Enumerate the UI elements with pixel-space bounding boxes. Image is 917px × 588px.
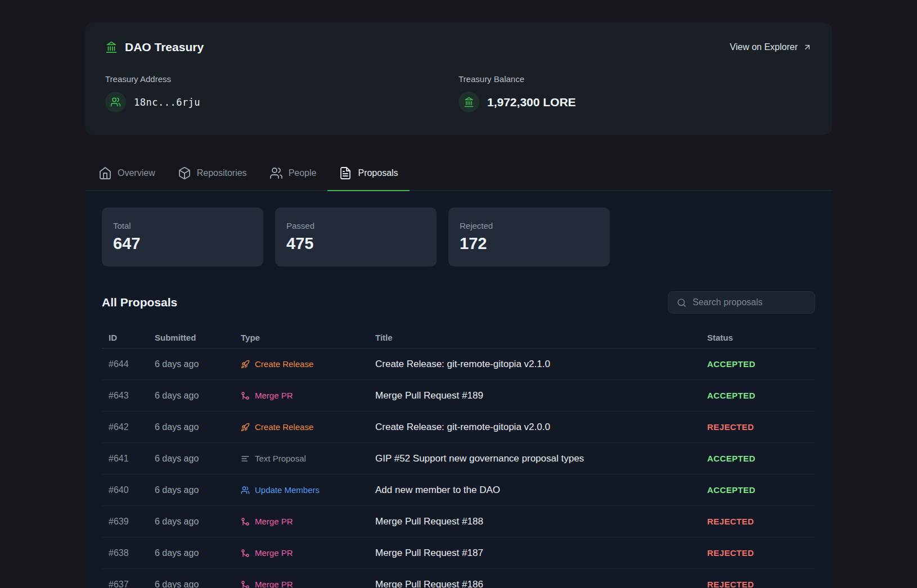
proposal-submitted: 6 days ago	[148, 359, 234, 369]
table-row[interactable]: #6436 days agoMerge PRMerge Pull Request…	[102, 380, 815, 411]
proposal-id: #637	[102, 580, 148, 588]
proposal-submitted: 6 days ago	[148, 485, 234, 495]
users-icon	[241, 486, 250, 495]
status-badge: REJECTED	[707, 580, 815, 588]
proposal-type-label: Merge PR	[255, 548, 293, 558]
table-row[interactable]: #6376 days agoMerge PRMerge Pull Request…	[102, 569, 815, 588]
table-row[interactable]: #6446 days agoCreate ReleaseCreate Relea…	[102, 349, 815, 380]
proposal-title: Add new member to the DAO	[368, 485, 707, 496]
stat-value: 172	[460, 234, 599, 253]
proposal-id: #642	[102, 422, 148, 432]
proposals-table-body: #6446 days agoCreate ReleaseCreate Relea…	[102, 349, 815, 588]
proposal-type-label: Text Proposal	[255, 454, 306, 463]
tab-people[interactable]: People	[258, 160, 328, 191]
status-badge: REJECTED	[707, 517, 815, 526]
treasury-fields: Treasury Address 18nc...6rju Treasury Ba…	[105, 74, 812, 112]
treasury-card: DAO Treasury View on Explorer Treasury A…	[85, 22, 832, 135]
tab-label: Proposals	[358, 168, 398, 178]
proposal-type-label: Create Release	[255, 422, 313, 432]
proposal-id: #638	[102, 548, 148, 558]
status-badge: REJECTED	[707, 422, 815, 432]
proposal-type-label: Merge PR	[255, 391, 293, 400]
proposal-type: Merge PR	[234, 548, 368, 558]
box-icon	[178, 166, 191, 180]
page-container: DAO Treasury View on Explorer Treasury A…	[85, 22, 832, 588]
view-on-explorer-link[interactable]: View on Explorer	[730, 42, 812, 52]
proposal-type-label: Merge PR	[255, 580, 293, 588]
tab-overview[interactable]: Overview	[87, 160, 167, 191]
proposal-title: Merge Pull Request #186	[368, 579, 707, 588]
stat-label: Rejected	[460, 221, 599, 230]
treasury-title-row: DAO Treasury	[105, 40, 204, 54]
proposal-id: #641	[102, 454, 148, 464]
file-text-icon	[339, 166, 352, 180]
git-merge-icon	[241, 580, 250, 588]
proposal-id: #643	[102, 391, 148, 401]
table-row[interactable]: #6416 days agoText ProposalGIP #52 Suppo…	[102, 443, 815, 474]
treasury-address-text: 18nc...6rju	[134, 97, 200, 108]
treasury-address-label: Treasury Address	[105, 74, 458, 84]
stats-row: Total 647 Passed 475 Rejected 172	[102, 207, 815, 266]
proposals-list-header: All Proposals	[102, 291, 815, 314]
column-header-status: Status	[707, 333, 815, 342]
proposal-id: #640	[102, 485, 148, 495]
status-badge: REJECTED	[707, 548, 815, 558]
proposals-table: ID Submitted Type Title Status #6446 day…	[102, 327, 815, 588]
search-icon	[677, 298, 686, 307]
proposal-submitted: 6 days ago	[148, 580, 234, 588]
tab-label: Overview	[118, 168, 155, 178]
tab-repositories[interactable]: Repositories	[167, 160, 258, 191]
treasury-address-value[interactable]: 18nc...6rju	[105, 92, 458, 112]
rocket-icon	[241, 423, 250, 432]
proposal-id: #644	[102, 359, 148, 369]
status-badge: ACCEPTED	[707, 485, 815, 495]
proposal-title: Merge Pull Request #187	[368, 548, 707, 559]
proposals-table-header: ID Submitted Type Title Status	[102, 327, 815, 349]
proposal-title: Create Release: git-remote-gitopia v2.1.…	[368, 359, 707, 370]
table-row[interactable]: #6386 days agoMerge PRMerge Pull Request…	[102, 537, 815, 569]
home-icon	[98, 166, 112, 180]
stat-value: 647	[113, 234, 252, 253]
stat-value: 475	[286, 234, 425, 253]
proposal-title: GIP #52 Support new governance proposal …	[368, 453, 707, 464]
stat-card-rejected: Rejected 172	[448, 207, 610, 266]
stat-label: Passed	[286, 221, 425, 230]
table-row[interactable]: #6426 days agoCreate ReleaseCreate Relea…	[102, 411, 815, 443]
bank-icon	[458, 92, 479, 112]
stat-label: Total	[113, 221, 252, 230]
git-merge-icon	[241, 391, 250, 400]
treasury-card-header: DAO Treasury View on Explorer	[105, 40, 812, 54]
treasury-balance-label: Treasury Balance	[458, 74, 812, 84]
search-box	[668, 291, 815, 314]
proposal-type: Merge PR	[234, 391, 368, 400]
proposal-title: Merge Pull Request #188	[368, 516, 707, 527]
status-badge: ACCEPTED	[707, 391, 815, 400]
treasury-address-field: Treasury Address 18nc...6rju	[105, 74, 458, 112]
proposal-submitted: 6 days ago	[148, 391, 234, 401]
proposal-submitted: 6 days ago	[148, 422, 234, 432]
bank-icon	[105, 41, 118, 53]
column-header-submitted: Submitted	[148, 333, 234, 342]
proposals-panel: Total 647 Passed 475 Rejected 172 All Pr…	[85, 191, 832, 588]
proposal-type: Create Release	[234, 359, 368, 369]
all-proposals-heading: All Proposals	[102, 296, 177, 309]
search-input[interactable]	[693, 297, 809, 307]
tab-proposals[interactable]: Proposals	[327, 160, 409, 191]
proposal-type: Update Members	[234, 485, 368, 495]
proposal-type: Text Proposal	[234, 454, 368, 463]
explorer-link-label: View on Explorer	[730, 42, 798, 52]
proposal-type: Merge PR	[234, 580, 368, 588]
treasury-balance-value: 1,972,300 LORE	[458, 92, 812, 112]
table-row[interactable]: #6406 days agoUpdate MembersAdd new memb…	[102, 474, 815, 506]
status-badge: ACCEPTED	[707, 454, 815, 463]
column-header-title: Title	[368, 333, 707, 342]
treasury-balance-field: Treasury Balance 1,972,300 LORE	[458, 74, 812, 112]
proposal-submitted: 6 days ago	[148, 454, 234, 464]
table-row[interactable]: #6396 days agoMerge PRMerge Pull Request…	[102, 506, 815, 537]
proposal-title: Create Release: git-remote-gitopia v2.0.…	[368, 422, 707, 433]
proposal-type-label: Create Release	[255, 359, 313, 369]
stat-card-total: Total 647	[102, 207, 263, 266]
status-badge: ACCEPTED	[707, 359, 815, 369]
proposal-submitted: 6 days ago	[148, 517, 234, 527]
treasury-balance-text: 1,972,300 LORE	[487, 96, 576, 109]
